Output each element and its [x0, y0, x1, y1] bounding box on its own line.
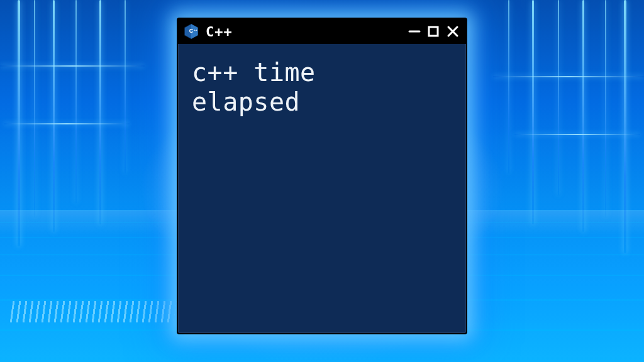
title-left: C + + C++	[183, 23, 233, 40]
svg-rect-6	[429, 27, 438, 36]
window-title: C++	[206, 24, 233, 40]
maximize-button[interactable]	[427, 25, 440, 38]
terminal-content: c++ time elapsed	[178, 44, 466, 117]
minimize-button[interactable]	[408, 25, 421, 38]
terminal-window: C + + C++	[177, 18, 467, 334]
svg-text:C: C	[189, 28, 194, 34]
close-button[interactable]	[446, 25, 460, 38]
window-controls	[408, 25, 460, 38]
titlebar[interactable]: C + + C++	[178, 19, 466, 44]
cpp-hex-icon: C + +	[183, 23, 199, 40]
